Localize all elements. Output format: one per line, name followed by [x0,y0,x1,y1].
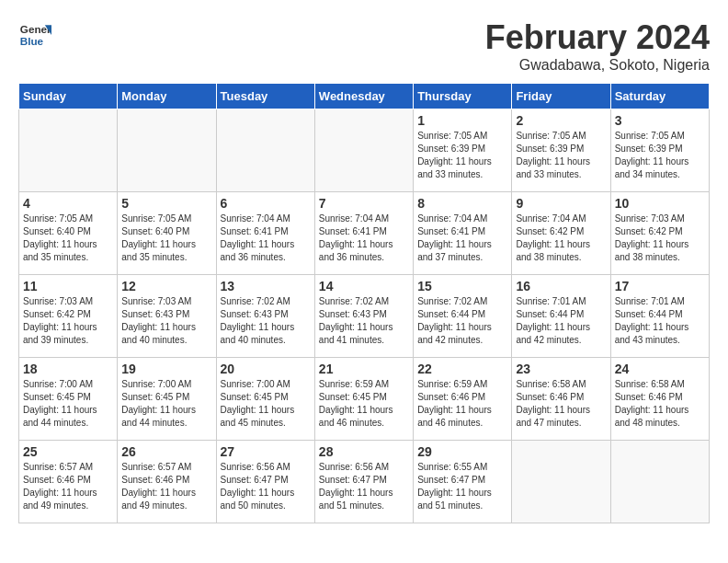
day-detail: Sunrise: 7:02 AM Sunset: 6:43 PM Dayligh… [319,295,409,347]
day-detail: Sunrise: 6:57 AM Sunset: 6:46 PM Dayligh… [121,461,211,512]
calendar-cell: 18Sunrise: 7:00 AM Sunset: 6:45 PM Dayli… [19,358,118,441]
weekday-header-wednesday: Wednesday [314,84,413,109]
calendar-cell: 11Sunrise: 7:03 AM Sunset: 6:42 PM Dayli… [19,275,118,358]
day-number: 17 [615,279,705,293]
weekday-header-sunday: Sunday [19,84,118,109]
weekday-header-saturday: Saturday [610,84,709,109]
day-number: 13 [221,279,311,293]
calendar-cell: 21Sunrise: 6:59 AM Sunset: 6:45 PM Dayli… [314,358,413,441]
day-detail: Sunrise: 6:57 AM Sunset: 6:46 PM Dayligh… [23,461,113,512]
day-number: 5 [121,196,211,211]
title-area: February 2024 Gwadabawa, Sokoto, Nigeria [485,18,710,74]
day-number: 7 [319,196,409,211]
calendar-cell: 17Sunrise: 7:01 AM Sunset: 6:44 PM Dayli… [610,275,709,358]
day-detail: Sunrise: 7:04 AM Sunset: 6:41 PM Dayligh… [417,213,507,264]
day-number: 16 [516,279,606,293]
day-number: 28 [319,444,409,459]
calendar-cell: 14Sunrise: 7:02 AM Sunset: 6:43 PM Dayli… [314,275,413,358]
month-year: February 2024 [485,18,710,57]
calendar-cell: 9Sunrise: 7:04 AM Sunset: 6:42 PM Daylig… [512,192,610,275]
calendar-week-4: 18Sunrise: 7:00 AM Sunset: 6:45 PM Dayli… [19,358,710,441]
logo-icon: General Blue [18,18,51,52]
calendar-cell: 23Sunrise: 6:58 AM Sunset: 6:46 PM Dayli… [512,358,610,441]
calendar-cell: 27Sunrise: 6:56 AM Sunset: 6:47 PM Dayli… [216,441,314,523]
day-detail: Sunrise: 7:00 AM Sunset: 6:45 PM Dayligh… [121,378,211,430]
calendar-cell: 4Sunrise: 7:05 AM Sunset: 6:40 PM Daylig… [19,192,118,275]
day-detail: Sunrise: 7:03 AM Sunset: 6:43 PM Dayligh… [121,295,211,347]
day-detail: Sunrise: 7:03 AM Sunset: 6:42 PM Dayligh… [23,295,113,347]
calendar-cell: 12Sunrise: 7:03 AM Sunset: 6:43 PM Dayli… [118,275,216,358]
calendar-cell: 15Sunrise: 7:02 AM Sunset: 6:44 PM Dayli… [414,275,512,358]
calendar-cell: 13Sunrise: 7:02 AM Sunset: 6:43 PM Dayli… [216,275,314,358]
calendar-cell [118,109,216,192]
svg-text:Blue: Blue [20,35,44,47]
day-number: 15 [417,279,507,293]
calendar-table: SundayMondayTuesdayWednesdayThursdayFrid… [18,83,710,523]
day-detail: Sunrise: 7:00 AM Sunset: 6:45 PM Dayligh… [23,378,113,430]
day-number: 6 [221,196,311,211]
calendar-week-1: 1Sunrise: 7:05 AM Sunset: 6:39 PM Daylig… [19,109,710,192]
day-number: 3 [615,113,705,128]
calendar-week-2: 4Sunrise: 7:05 AM Sunset: 6:40 PM Daylig… [19,192,710,275]
header: General Blue February 2024 Gwadabawa, So… [18,18,710,74]
location-subtitle: Gwadabawa, Sokoto, Nigeria [485,57,710,74]
day-detail: Sunrise: 7:02 AM Sunset: 6:43 PM Dayligh… [221,295,311,347]
day-number: 11 [23,279,113,293]
day-detail: Sunrise: 7:04 AM Sunset: 6:41 PM Dayligh… [221,213,311,264]
day-number: 26 [121,444,211,459]
day-number: 18 [23,362,113,376]
day-detail: Sunrise: 7:05 AM Sunset: 6:39 PM Dayligh… [417,130,507,181]
day-number: 23 [516,362,606,376]
day-detail: Sunrise: 7:05 AM Sunset: 6:40 PM Dayligh… [23,213,113,264]
day-number: 20 [221,362,311,376]
weekday-header-thursday: Thursday [414,84,512,109]
day-detail: Sunrise: 6:55 AM Sunset: 6:47 PM Dayligh… [417,461,507,512]
day-detail: Sunrise: 6:59 AM Sunset: 6:45 PM Dayligh… [319,378,409,430]
calendar-cell: 6Sunrise: 7:04 AM Sunset: 6:41 PM Daylig… [216,192,314,275]
logo: General Blue [18,18,51,52]
day-detail: Sunrise: 7:05 AM Sunset: 6:39 PM Dayligh… [615,130,705,181]
calendar-cell [19,109,118,192]
calendar-cell: 7Sunrise: 7:04 AM Sunset: 6:41 PM Daylig… [314,192,413,275]
calendar-week-3: 11Sunrise: 7:03 AM Sunset: 6:42 PM Dayli… [19,275,710,358]
calendar-cell: 26Sunrise: 6:57 AM Sunset: 6:46 PM Dayli… [118,441,216,523]
calendar-cell: 1Sunrise: 7:05 AM Sunset: 6:39 PM Daylig… [414,109,512,192]
weekday-header-tuesday: Tuesday [216,84,314,109]
day-number: 21 [319,362,409,376]
calendar-cell: 19Sunrise: 7:00 AM Sunset: 6:45 PM Dayli… [118,358,216,441]
day-detail: Sunrise: 7:02 AM Sunset: 6:44 PM Dayligh… [417,295,507,347]
day-number: 29 [417,444,507,459]
day-detail: Sunrise: 7:04 AM Sunset: 6:42 PM Dayligh… [516,213,606,264]
day-number: 25 [23,444,113,459]
day-detail: Sunrise: 7:05 AM Sunset: 6:40 PM Dayligh… [121,213,211,264]
day-detail: Sunrise: 7:03 AM Sunset: 6:42 PM Dayligh… [615,213,705,264]
day-number: 1 [417,113,507,128]
day-detail: Sunrise: 7:00 AM Sunset: 6:45 PM Dayligh… [221,378,311,430]
calendar-cell [512,441,610,523]
calendar-week-5: 25Sunrise: 6:57 AM Sunset: 6:46 PM Dayli… [19,441,710,523]
weekday-header-row: SundayMondayTuesdayWednesdayThursdayFrid… [19,84,710,109]
day-detail: Sunrise: 7:05 AM Sunset: 6:39 PM Dayligh… [516,130,606,181]
day-number: 8 [417,196,507,211]
calendar-cell: 3Sunrise: 7:05 AM Sunset: 6:39 PM Daylig… [610,109,709,192]
day-number: 19 [121,362,211,376]
day-number: 27 [221,444,311,459]
calendar-cell: 8Sunrise: 7:04 AM Sunset: 6:41 PM Daylig… [414,192,512,275]
calendar-cell [216,109,314,192]
day-number: 2 [516,113,606,128]
day-detail: Sunrise: 6:56 AM Sunset: 6:47 PM Dayligh… [319,461,409,512]
calendar-cell: 5Sunrise: 7:05 AM Sunset: 6:40 PM Daylig… [118,192,216,275]
weekday-header-monday: Monday [118,84,216,109]
day-detail: Sunrise: 6:59 AM Sunset: 6:46 PM Dayligh… [417,378,507,430]
day-detail: Sunrise: 7:01 AM Sunset: 6:44 PM Dayligh… [516,295,606,347]
calendar-cell: 20Sunrise: 7:00 AM Sunset: 6:45 PM Dayli… [216,358,314,441]
day-detail: Sunrise: 7:01 AM Sunset: 6:44 PM Dayligh… [615,295,705,347]
calendar-cell [314,109,413,192]
day-number: 4 [23,196,113,211]
day-number: 10 [615,196,705,211]
day-detail: Sunrise: 6:58 AM Sunset: 6:46 PM Dayligh… [516,378,606,430]
calendar-cell: 16Sunrise: 7:01 AM Sunset: 6:44 PM Dayli… [512,275,610,358]
day-detail: Sunrise: 6:58 AM Sunset: 6:46 PM Dayligh… [615,378,705,430]
calendar-cell [610,441,709,523]
day-number: 14 [319,279,409,293]
